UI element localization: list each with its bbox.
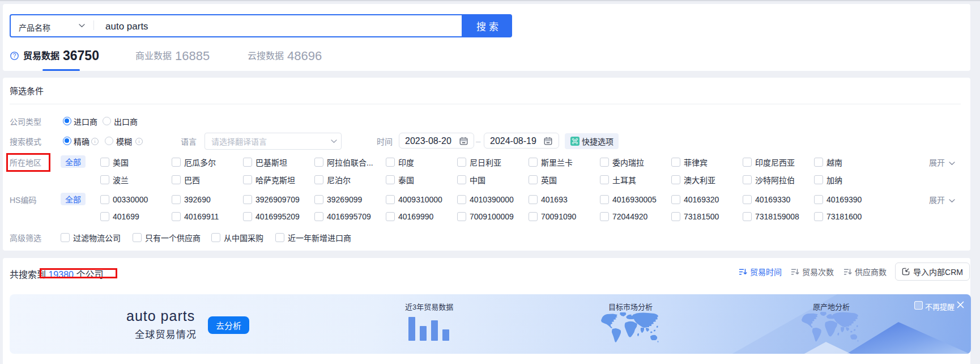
svg-text:?: ? [13,52,16,59]
